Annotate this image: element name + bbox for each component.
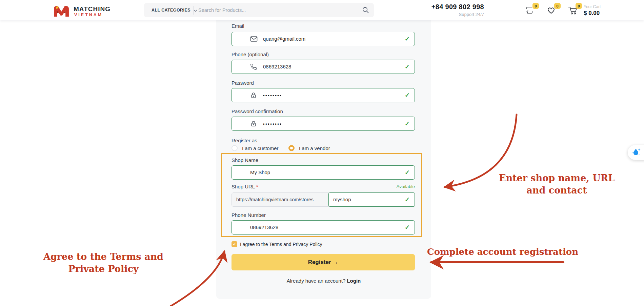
email-value: quang@gmail.com <box>263 36 305 42</box>
chevron-down-icon <box>194 7 197 13</box>
register-as-options: I am a customer I am a vendor <box>232 145 415 152</box>
valid-check-icon: ✓ <box>405 196 410 203</box>
register-button[interactable]: Register → <box>232 254 415 270</box>
valid-check-icon: ✓ <box>405 35 410 43</box>
password-field[interactable]: •••••••• ✓ <box>232 88 415 102</box>
radio-selected-icon[interactable] <box>288 145 295 151</box>
lock-icon <box>250 120 257 129</box>
radio-customer-label: I am a customer <box>242 145 279 151</box>
shop-url-value: myshop <box>333 197 351 202</box>
top-header: MATCHING VIETNAM ALL CATEGORIES +84 909 … <box>0 0 644 20</box>
mail-icon <box>250 36 258 44</box>
shop-name-field[interactable]: My Shop ✓ <box>232 165 415 180</box>
search-divider <box>193 6 194 15</box>
support-24-7-label: Support 24/7 <box>423 12 484 17</box>
site-logo[interactable]: MATCHING VIETNAM <box>53 2 130 19</box>
register-form-card: Email quang@gmail.com ✓ Phone (optional)… <box>216 20 431 299</box>
phone-label: Phone (optional) <box>232 52 269 57</box>
email-field[interactable]: quang@gmail.com ✓ <box>232 32 415 46</box>
wishlist-count-badge: 0 <box>554 3 561 9</box>
cart-button[interactable]: 0 <box>568 6 578 16</box>
annotation-complete-note: Complete account registration <box>427 247 569 257</box>
valid-check-icon: ✓ <box>405 224 410 231</box>
shop-phone-field[interactable]: 0869213628 ✓ <box>232 220 415 234</box>
phone-field[interactable]: 0869213628 ✓ <box>232 60 415 74</box>
logo-m-icon <box>53 3 70 20</box>
shop-url-field[interactable]: myshop ✓ <box>328 192 415 207</box>
your-cart-label: Your Cart <box>584 4 601 9</box>
password-confirmation-field[interactable]: •••••••• ✓ <box>232 117 415 131</box>
water-drop-icon <box>632 147 641 158</box>
login-prompt: Already have an account? <box>287 278 347 284</box>
support-phone-block: +84 909 802 998 Support 24/7 <box>423 3 484 17</box>
shop-url-status: Available <box>232 184 415 189</box>
valid-check-icon: ✓ <box>405 63 410 70</box>
valid-check-icon: ✓ <box>405 169 410 176</box>
radio-vendor-label: I am a vendor <box>299 145 330 151</box>
compare-count-badge: 0 <box>532 3 539 9</box>
cart-total[interactable]: $ 0.00 <box>584 10 600 17</box>
shop-url-prefix: https://matchingvietnam.com/stores <box>232 192 329 207</box>
lock-icon <box>250 92 257 100</box>
shop-phone-value: 0869213628 <box>250 224 278 230</box>
register-as-label: Register as <box>232 138 257 143</box>
terms-checkbox[interactable]: ✓ <box>232 241 237 247</box>
login-row: Already have an account? Login <box>216 278 431 284</box>
shop-name-value: My Shop <box>250 169 270 175</box>
search-icon[interactable] <box>362 6 369 15</box>
all-categories-label: ALL CATEGORIES <box>152 8 190 13</box>
search-input[interactable] <box>198 3 358 17</box>
brand-country: VIETNAM <box>74 13 103 17</box>
phone-icon <box>250 63 257 72</box>
floating-widget[interactable] <box>628 145 644 160</box>
radio-vendor[interactable]: I am a vendor <box>288 145 330 151</box>
annotation-shop-note: Enter shop name, URL and contact <box>491 172 622 197</box>
radio-unselected-icon[interactable] <box>232 145 238 151</box>
password-value: •••••••• <box>263 93 282 98</box>
support-phone-number: +84 909 802 998 <box>423 3 484 11</box>
email-label: Email <box>232 23 244 29</box>
login-link[interactable]: Login <box>347 278 361 284</box>
shop-phone-label: Phone Number <box>232 212 266 218</box>
search-bar: ALL CATEGORIES <box>144 3 374 17</box>
radio-customer[interactable]: I am a customer <box>232 145 279 151</box>
annotation-terms-note: Agree to the Terms and Private Policy <box>27 251 180 276</box>
wishlist-button[interactable]: 0 <box>546 6 557 16</box>
valid-check-icon: ✓ <box>405 91 410 99</box>
password-label: Password <box>232 80 254 86</box>
password-confirmation-label: Password confirmation <box>232 108 283 114</box>
compare-button[interactable]: 0 <box>525 6 535 16</box>
terms-row: ✓ I agree to the Terms and Privacy Polic… <box>232 241 322 247</box>
cart-count-badge: 0 <box>576 3 582 9</box>
password-confirmation-value: •••••••• <box>263 121 282 126</box>
shop-name-label: Shop Name <box>232 157 258 163</box>
valid-check-icon: ✓ <box>405 120 410 127</box>
phone-value: 0869213628 <box>263 64 291 69</box>
terms-label: I agree to the Terms and Privacy Policy <box>240 242 322 247</box>
brand-name: MATCHING <box>74 5 110 13</box>
